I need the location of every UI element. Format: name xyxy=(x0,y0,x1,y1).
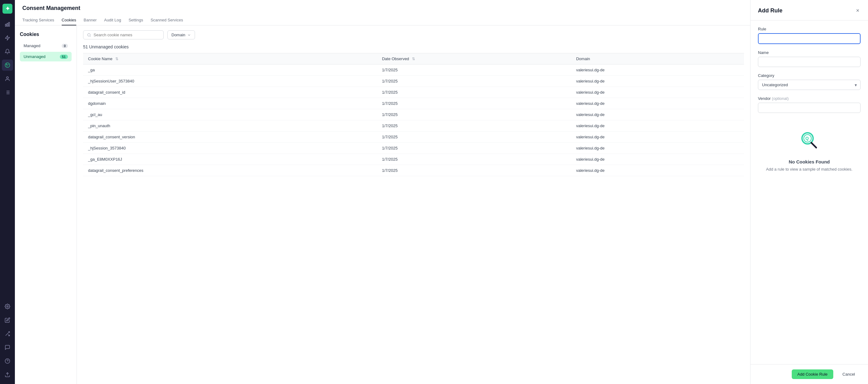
managed-count: 0 xyxy=(62,44,68,48)
lightning-icon[interactable] xyxy=(2,32,13,43)
no-cookies-title: No Cookies Found xyxy=(788,159,830,165)
svg-point-5 xyxy=(8,64,9,65)
cell-cookie-name: _gcl_au xyxy=(83,109,377,120)
cell-domain: valeriesui.dg-de xyxy=(571,154,744,165)
page-title: Consent Management xyxy=(22,5,743,11)
settings-icon[interactable] xyxy=(2,301,13,312)
search-input[interactable] xyxy=(94,33,160,37)
cell-cookie-name: _ga xyxy=(83,64,377,76)
rule-form-group: Rule xyxy=(758,27,861,44)
name-input[interactable] xyxy=(758,57,861,67)
cell-cookie-name: dgdomain xyxy=(83,98,377,109)
help-icon[interactable] xyxy=(2,355,13,366)
list-icon[interactable] xyxy=(2,87,13,98)
tab-banner[interactable]: Banner xyxy=(84,15,97,25)
person-icon[interactable] xyxy=(2,73,13,84)
chevron-down-icon xyxy=(187,33,191,37)
unmanaged-count: 51 xyxy=(60,55,68,59)
panel-title: Add Rule xyxy=(758,7,782,14)
add-rule-panel: Add Rule × Rule Name Category Uncategori… xyxy=(750,0,868,384)
left-sidebar: ✦ xyxy=(0,0,15,384)
table-row: datagrail_consent_preferences 1/7/2025 v… xyxy=(83,165,744,176)
vendor-input[interactable] xyxy=(758,103,861,113)
category-select[interactable]: Uncategorized Functional Analytics Marke… xyxy=(758,80,861,90)
cell-cookie-name: _hjSessionUser_3573840 xyxy=(83,76,377,87)
cell-cookie-name: _pin_unauth xyxy=(83,120,377,131)
panel-body: Rule Name Category Uncategorized Functio… xyxy=(750,21,868,364)
svg-rect-1 xyxy=(7,23,8,26)
cell-date-observed: 1/7/2025 xyxy=(377,143,571,154)
category-form-group: Category Uncategorized Functional Analyt… xyxy=(758,73,861,90)
table-row: _gcl_au 1/7/2025 valeriesui.dg-de xyxy=(83,109,744,120)
cell-domain: valeriesui.dg-de xyxy=(571,165,744,176)
tab-settings[interactable]: Settings xyxy=(129,15,143,25)
page-header: Consent Management Tracking Services Coo… xyxy=(15,0,750,25)
search-box[interactable] xyxy=(83,30,164,39)
cell-date-observed: 1/7/2025 xyxy=(377,131,571,143)
svg-point-4 xyxy=(6,64,7,64)
unmanaged-category[interactable]: Unmanaged 51 xyxy=(20,52,72,61)
cell-cookie-name: _ga_E8M0XXP16J xyxy=(83,154,377,165)
chart-icon[interactable] xyxy=(2,19,13,30)
cell-date-observed: 1/7/2025 xyxy=(377,154,571,165)
logo: ✦ xyxy=(2,4,12,13)
cookies-table: Cookie Name ⇅ Date Observed ⇅ Domain xyxy=(83,53,744,176)
cell-cookie-name: datagrail_consent_preferences xyxy=(83,165,377,176)
svg-point-3 xyxy=(5,63,10,68)
name-label: Name xyxy=(758,50,861,55)
table-row: _ga 1/7/2025 valeriesui.dg-de xyxy=(83,64,744,76)
rule-label: Rule xyxy=(758,27,861,31)
message-icon[interactable] xyxy=(2,342,13,353)
svg-line-21 xyxy=(90,36,91,36)
cell-domain: valeriesui.dg-de xyxy=(571,76,744,87)
domain-filter-dropdown[interactable]: Domain xyxy=(167,30,195,39)
category-select-wrapper: Uncategorized Functional Analytics Marke… xyxy=(758,80,861,90)
panel-footer: Add Cookie Rule Cancel xyxy=(750,364,868,384)
cookie-icon[interactable] xyxy=(2,60,13,71)
vendor-form-group: Vendor (optional) xyxy=(758,96,861,113)
col-header-date-observed[interactable]: Date Observed ⇅ xyxy=(377,53,571,64)
cell-domain: valeriesui.dg-de xyxy=(571,64,744,76)
table-row: datagrail_consent_version 1/7/2025 valer… xyxy=(83,131,744,143)
table-row: datagrail_consent_id 1/7/2025 valeriesui… xyxy=(83,87,744,98)
tab-cookies[interactable]: Cookies xyxy=(62,15,76,25)
sort-icon-date-observed: ⇅ xyxy=(412,57,415,61)
cancel-button[interactable]: Cancel xyxy=(837,370,861,379)
gear-icon[interactable] xyxy=(2,328,13,339)
main-content: Consent Management Tracking Services Coo… xyxy=(15,0,750,384)
export-icon[interactable] xyxy=(2,369,13,380)
no-cookies-found: Q No Cookies Found Add a rule to view a … xyxy=(758,119,861,182)
cell-domain: valeriesui.dg-de xyxy=(571,120,744,131)
cell-cookie-name: datagrail_consent_version xyxy=(83,131,377,143)
tab-scanned-services[interactable]: Scanned Services xyxy=(151,15,183,25)
cell-date-observed: 1/7/2025 xyxy=(377,98,571,109)
rule-input[interactable] xyxy=(758,33,861,44)
svg-point-6 xyxy=(7,66,7,66)
svg-rect-0 xyxy=(5,24,6,26)
col-header-cookie-name[interactable]: Cookie Name ⇅ xyxy=(83,53,377,64)
table-row: _hjSessionUser_3573840 1/7/2025 valeries… xyxy=(83,76,744,87)
table-toolbar: Domain xyxy=(83,30,744,39)
category-label: Category xyxy=(758,73,861,78)
managed-category[interactable]: Managed 0 xyxy=(20,41,72,51)
table-header-row: Cookie Name ⇅ Date Observed ⇅ Domain xyxy=(83,53,744,64)
search-icon xyxy=(87,33,91,37)
table-row: dgdomain 1/7/2025 valeriesui.dg-de xyxy=(83,98,744,109)
add-cookie-rule-button[interactable]: Add Cookie Rule xyxy=(792,370,833,379)
cell-date-observed: 1/7/2025 xyxy=(377,76,571,87)
tab-tracking-services[interactable]: Tracking Services xyxy=(22,15,54,25)
cell-cookie-name: datagrail_consent_id xyxy=(83,87,377,98)
pencil-icon[interactable] xyxy=(2,315,13,326)
svg-point-14 xyxy=(7,306,8,307)
cell-date-observed: 1/7/2025 xyxy=(377,87,571,98)
cookies-sidebar-title: Cookies xyxy=(20,32,72,37)
bell-icon[interactable] xyxy=(2,46,13,57)
cell-domain: valeriesui.dg-de xyxy=(571,143,744,154)
close-panel-button[interactable]: × xyxy=(855,6,861,15)
table-row: _ga_E8M0XXP16J 1/7/2025 valeriesui.dg-de xyxy=(83,154,744,165)
cell-cookie-name: _hjSession_3573840 xyxy=(83,143,377,154)
panel-header: Add Rule × xyxy=(750,0,868,21)
sort-icon-cookie-name: ⇅ xyxy=(115,57,118,61)
tab-audit-log[interactable]: Audit Log xyxy=(104,15,121,25)
cell-date-observed: 1/7/2025 xyxy=(377,64,571,76)
